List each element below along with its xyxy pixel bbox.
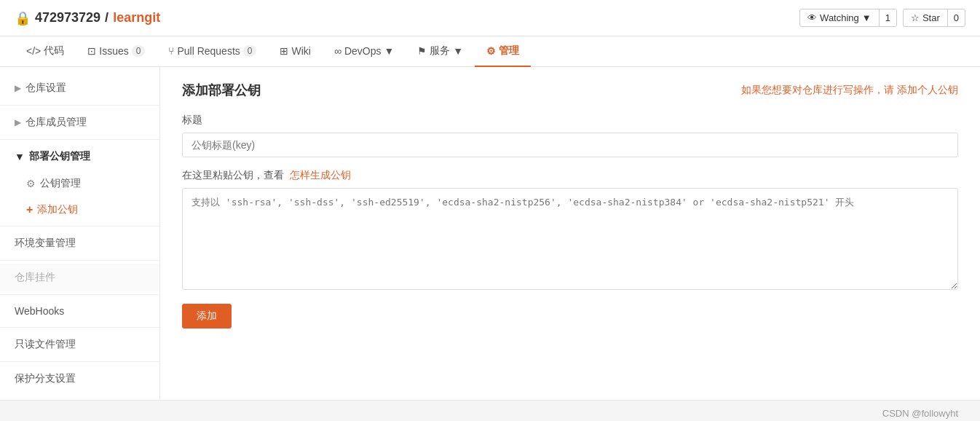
plus-icon: + bbox=[26, 203, 33, 216]
nav-item-devops[interactable]: ∞ DevOps ▼ bbox=[323, 36, 406, 67]
add-personal-key-link[interactable]: 添加个人公钥 bbox=[897, 84, 958, 95]
issues-badge: 0 bbox=[132, 45, 146, 57]
footer-text: CSDN @followyht bbox=[882, 408, 958, 419]
nav-item-pull-requests[interactable]: ⑂ Pull Requests 0 bbox=[157, 36, 268, 67]
sidebar-item-member-manage[interactable]: ▶ 仓库成员管理 bbox=[0, 109, 159, 136]
main-container: ▶ 仓库设置 ▶ 仓库成员管理 ▼ 部署公钥管理 ⚙ 公钥管理 + 添加公钥 环… bbox=[0, 67, 980, 400]
lock-icon: 🔒 bbox=[15, 10, 31, 26]
key-field-group: 在这里粘贴公钥，查看 怎样生成公钥 bbox=[182, 169, 958, 292]
sidebar: ▶ 仓库设置 ▶ 仓库成员管理 ▼ 部署公钥管理 ⚙ 公钥管理 + 添加公钥 环… bbox=[0, 67, 160, 400]
add-button[interactable]: 添加 bbox=[182, 304, 232, 328]
nav-item-issues[interactable]: ⊡ Issues 0 bbox=[76, 36, 157, 67]
code-icon: </> bbox=[26, 45, 41, 57]
eye-icon: 👁 bbox=[807, 12, 817, 23]
sidebar-item-add-key[interactable]: + 添加公钥 bbox=[0, 197, 159, 223]
divider bbox=[0, 327, 159, 328]
repo-title: 🔒 472973729 / learngit bbox=[15, 10, 160, 26]
content-area: 添加部署公钥 如果您想要对仓库进行写操作，请 添加个人公钥 标题 在这里粘贴公钥… bbox=[160, 67, 980, 400]
repo-slash: / bbox=[105, 10, 108, 25]
devops-icon: ∞ bbox=[334, 45, 341, 57]
page-title: 添加部署公钥 bbox=[182, 82, 261, 99]
textarea-label-row: 在这里粘贴公钥，查看 怎样生成公钥 bbox=[182, 169, 958, 182]
how-to-generate-link[interactable]: 怎样生成公钥 bbox=[290, 169, 351, 182]
divider bbox=[0, 361, 159, 362]
chevron-down-icon: ▼ bbox=[862, 12, 872, 23]
manage-icon: ⚙ bbox=[486, 45, 496, 57]
title-field-group: 标题 bbox=[182, 114, 958, 157]
nav-item-manage[interactable]: ⚙ 管理 bbox=[475, 36, 531, 67]
top-bar: 🔒 472973729 / learngit 👁 Watching ▼ 1 ☆ … bbox=[0, 0, 980, 36]
arrow-icon: ▶ bbox=[15, 117, 21, 127]
pr-badge: 0 bbox=[243, 45, 257, 57]
sidebar-item-webhooks[interactable]: WebHooks bbox=[0, 298, 159, 324]
title-label: 标题 bbox=[182, 114, 958, 127]
divider bbox=[0, 226, 159, 227]
divider bbox=[0, 260, 159, 261]
footer: CSDN @followyht bbox=[0, 400, 980, 421]
star-count[interactable]: 0 bbox=[948, 9, 965, 26]
issues-icon: ⊡ bbox=[87, 45, 96, 57]
arrow-icon: ▶ bbox=[15, 83, 21, 93]
nav-item-code[interactable]: </> 代码 bbox=[15, 36, 76, 67]
gear-icon: ⚙ bbox=[26, 178, 36, 189]
star-icon: ☆ bbox=[911, 12, 920, 23]
divider bbox=[0, 105, 159, 106]
watch-count[interactable]: 1 bbox=[880, 9, 896, 26]
sidebar-item-protect-branch[interactable]: 保护分支设置 bbox=[0, 365, 159, 393]
divider bbox=[0, 294, 159, 295]
repo-name[interactable]: learngit bbox=[113, 10, 160, 25]
nav-item-service[interactable]: ⚑ 服务 ▼ bbox=[406, 36, 475, 67]
sidebar-item-readonly-files[interactable]: 只读文件管理 bbox=[0, 331, 159, 358]
devops-chevron: ▼ bbox=[384, 45, 394, 57]
star-label[interactable]: ☆ Star bbox=[904, 9, 948, 26]
key-textarea[interactable] bbox=[182, 188, 958, 290]
sidebar-group-deploy-keys: ▼ 部署公钥管理 bbox=[0, 143, 159, 170]
sidebar-item-repo-settings[interactable]: ▶ 仓库设置 bbox=[0, 74, 159, 102]
title-input[interactable] bbox=[182, 133, 958, 157]
group-arrow-icon: ▼ bbox=[15, 151, 25, 162]
wiki-icon: ⊞ bbox=[280, 45, 288, 57]
hint-text: 如果您想要对仓库进行写操作，请 添加个人公钥 bbox=[741, 84, 958, 97]
sidebar-item-env-vars[interactable]: 环境变量管理 bbox=[0, 229, 159, 257]
service-icon: ⚑ bbox=[417, 45, 427, 57]
repo-user[interactable]: 472973729 bbox=[35, 10, 100, 25]
service-chevron: ▼ bbox=[453, 45, 463, 57]
watch-button[interactable]: 👁 Watching ▼ 1 bbox=[799, 9, 897, 27]
top-actions: 👁 Watching ▼ 1 ☆ Star 0 bbox=[799, 9, 965, 27]
star-button[interactable]: ☆ Star 0 bbox=[903, 9, 965, 27]
divider bbox=[0, 139, 159, 140]
content-header: 添加部署公钥 如果您想要对仓库进行写操作，请 添加个人公钥 bbox=[182, 82, 958, 99]
watch-label[interactable]: 👁 Watching ▼ bbox=[800, 9, 880, 26]
pr-icon: ⑂ bbox=[168, 45, 174, 57]
sidebar-item-repo-hooks: 仓库挂件 bbox=[0, 264, 159, 291]
sidebar-item-key-manage[interactable]: ⚙ 公钥管理 bbox=[0, 170, 159, 197]
nav-item-wiki[interactable]: ⊞ Wiki bbox=[268, 36, 322, 67]
nav-bar: </> 代码 ⊡ Issues 0 ⑂ Pull Requests 0 ⊞ Wi… bbox=[0, 36, 980, 67]
